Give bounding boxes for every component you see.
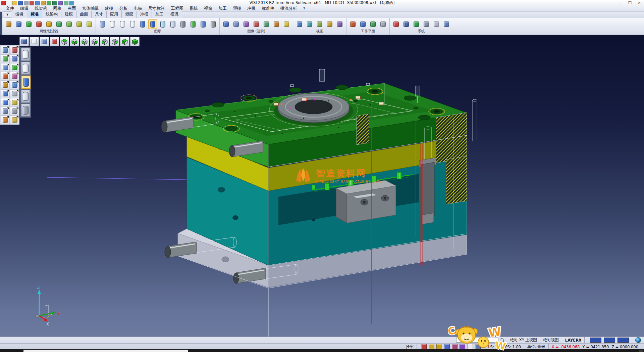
tab-10[interactable]: 模流 (167, 11, 182, 18)
attribute-stack-icon[interactable] (1, 81, 10, 89)
system-matrix-icon[interactable] (432, 19, 441, 29)
fit-frame-icon[interactable] (1, 54, 10, 63)
search-icon[interactable] (500, 338, 504, 342)
solid-shaded-icon[interactable] (138, 19, 147, 29)
tab-7[interactable]: 塑膜 (121, 11, 137, 18)
mode-ghost-icon[interactable] (21, 90, 30, 103)
view-left-cube-icon[interactable] (100, 37, 109, 46)
system-iso-box-icon[interactable] (442, 19, 451, 29)
view-plane-icon[interactable] (325, 19, 334, 29)
grid-toggle-icon[interactable] (475, 344, 481, 350)
view-back-cube-icon[interactable] (90, 37, 99, 46)
filter-remove-icon[interactable] (35, 19, 43, 29)
snap-entity-icon[interactable] (452, 344, 458, 350)
curve-modify-icon[interactable] (10, 72, 19, 81)
solid-copy-icon[interactable] (199, 19, 207, 29)
dynamic-axis-icon[interactable] (50, 37, 59, 46)
render-wireframe-icon[interactable] (232, 19, 240, 29)
tab-6[interactable]: 应用 (106, 11, 122, 18)
mode-wireframe-a-icon[interactable] (21, 48, 30, 61)
online-status[interactable] (632, 337, 644, 343)
workspace-icon[interactable] (69, 1, 74, 5)
view-list-menu-icon[interactable] (19, 37, 29, 46)
zoom-adjust-icon[interactable] (1, 63, 10, 72)
regen-view-icon[interactable] (1, 89, 10, 98)
print-icon[interactable] (24, 1, 29, 5)
viewport-split-icon[interactable] (10, 81, 19, 89)
settings-icon[interactable] (64, 1, 68, 5)
tab-2[interactable]: 线架构 (42, 11, 61, 18)
tab-overflow-button[interactable]: ▼ (4, 11, 11, 17)
render-snapshot-icon[interactable] (282, 19, 291, 29)
menu-item-17[interactable]: 模流分析 (277, 6, 300, 11)
layers-icon[interactable] (58, 1, 63, 5)
undo-action-icon[interactable] (10, 107, 19, 116)
open-file-icon[interactable] (12, 1, 17, 5)
menu-item-16[interactable]: 标准件 (259, 6, 277, 11)
tab-3[interactable]: 建模 (61, 11, 76, 18)
paste-icon[interactable] (41, 1, 46, 5)
save-file-icon[interactable] (18, 1, 23, 5)
filter-traffic-light-icon[interactable] (45, 19, 53, 29)
close-button[interactable]: × (635, 0, 644, 6)
solid-wire-c-icon[interactable] (128, 19, 137, 29)
copy-icon[interactable] (35, 1, 40, 5)
solid-create-icon[interactable] (189, 19, 197, 29)
visibility-level-icon[interactable] (75, 19, 84, 29)
tab-5[interactable]: 尺寸 (91, 11, 107, 18)
layer-swatch-0[interactable] (590, 338, 601, 343)
solid-wire-b-icon[interactable] (118, 19, 127, 29)
view-reference-indicator[interactable]: 绝对视图 (540, 337, 562, 343)
solid-wireframe-icon[interactable] (178, 19, 187, 29)
view-mode-indicator[interactable]: 绝对 XY 上视图 (507, 337, 540, 343)
attributes-palette-icon[interactable] (4, 19, 13, 29)
new-file-icon[interactable] (7, 1, 11, 5)
license-key-icon[interactable] (436, 344, 442, 350)
viewport-3d[interactable]: Z Y X 智造资料网 INTELLIGENT MANUFACTURING DA… (0, 35, 644, 337)
filter-mask-icon[interactable] (14, 19, 23, 29)
render-analysis-icon[interactable] (262, 19, 271, 29)
workplane-align-icon[interactable] (369, 19, 377, 29)
zoom-previous-icon[interactable] (40, 37, 49, 46)
sketch-curve-icon[interactable] (10, 54, 19, 63)
solid-shaded-active-icon[interactable] (148, 19, 157, 29)
system-colors-icon[interactable] (392, 19, 400, 29)
view-top-cube-icon[interactable] (60, 37, 69, 46)
menu-item-11[interactable]: 系统 (186, 6, 201, 11)
render-shaded-icon[interactable] (222, 19, 230, 29)
view-pan-icon[interactable] (315, 19, 324, 29)
view-iso-cube-icon[interactable] (120, 37, 129, 46)
active-layer-indicator[interactable]: LAYER0 (562, 337, 584, 343)
undo-icon[interactable] (47, 1, 51, 5)
workplane-grid-icon[interactable] (379, 19, 387, 29)
view-front-cube-icon[interactable] (80, 37, 89, 46)
wcs-axes-icon[interactable] (1, 72, 10, 81)
solid-regen-icon[interactable] (98, 19, 107, 29)
system-globe-gear-icon[interactable] (412, 19, 421, 29)
workplane-axis-icon[interactable] (359, 19, 367, 29)
tab-1[interactable]: 标准 (27, 11, 42, 18)
minimize-button[interactable]: – (616, 0, 625, 6)
snap-solid-icon[interactable] (460, 344, 465, 350)
view-right-cube-icon[interactable] (110, 37, 119, 46)
filter-refresh-icon[interactable] (55, 19, 63, 29)
view-bottom-cube-icon[interactable] (70, 37, 79, 46)
menu-item-12[interactable]: 视窗 (201, 6, 215, 11)
tab-8[interactable]: 冲模 (137, 11, 152, 18)
system-monitor-icon[interactable] (402, 19, 411, 29)
quick-search-input[interactable] (456, 338, 498, 343)
layer-swatch-2[interactable] (618, 338, 629, 343)
visibility-plus-icon[interactable] (65, 19, 73, 29)
system-point-grid-icon[interactable] (422, 19, 431, 29)
layer-swatch-1[interactable] (604, 338, 615, 343)
mode-shaded-icon[interactable] (21, 76, 31, 89)
tab-4[interactable]: 曲面 (76, 11, 92, 18)
preview-zoom-icon[interactable] (1, 46, 10, 54)
solid-wire-a-icon[interactable] (108, 19, 117, 29)
taskbar-field[interactable] (23, 350, 188, 352)
solid-ghost-icon[interactable] (168, 19, 177, 29)
menu-item-13[interactable]: 加工 (215, 6, 230, 11)
snap-lock-icon[interactable] (421, 344, 427, 350)
tab-9[interactable]: 加工 (152, 11, 167, 18)
measure-distance-icon[interactable] (10, 98, 19, 107)
